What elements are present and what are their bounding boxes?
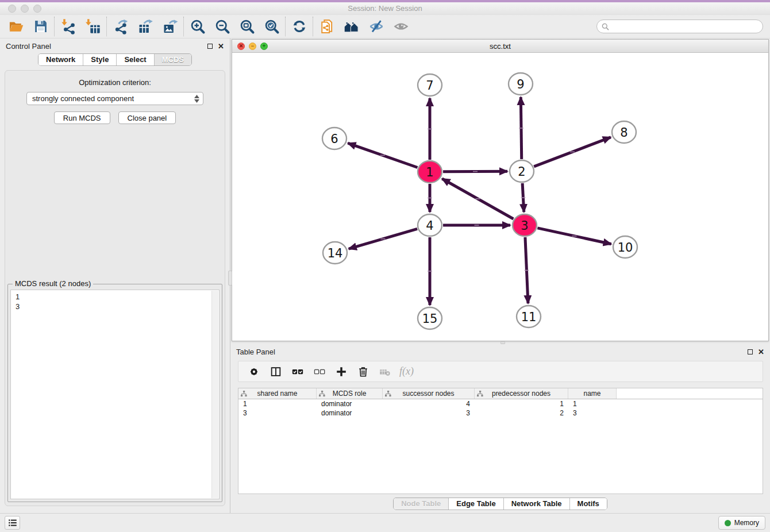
toolbar-separator: [106, 17, 107, 36]
close-panel-icon[interactable]: ✕: [218, 44, 224, 49]
zoom-in-button[interactable]: [185, 16, 210, 37]
tab-network[interactable]: Network: [38, 54, 83, 65]
open-file-button[interactable]: [3, 16, 28, 37]
tab-style[interactable]: Style: [83, 54, 116, 65]
column-visibility-button[interactable]: [266, 363, 285, 380]
column-header-shared-name[interactable]: shared name: [238, 388, 317, 399]
export-network-button[interactable]: [108, 16, 133, 37]
network-minimize-button[interactable]: −: [249, 43, 256, 50]
zoom-out-button[interactable]: [210, 16, 234, 37]
horizontal-splitter[interactable]: [230, 341, 770, 344]
graph-node-label: 1: [426, 165, 433, 179]
table-cell[interactable]: 3: [238, 409, 317, 417]
close-panel-button[interactable]: Close panel: [118, 111, 176, 124]
table-cell[interactable]: 2: [475, 409, 568, 417]
table-cell[interactable]: dominator: [317, 409, 383, 417]
table-cell[interactable]: 1: [475, 400, 568, 408]
delete-column-button[interactable]: [353, 363, 372, 380]
unchecked-boxes-icon: [313, 365, 326, 378]
table-cell[interactable]: 3: [383, 409, 475, 417]
column-header-name[interactable]: name: [568, 388, 617, 399]
zoom-selected-button[interactable]: [259, 16, 284, 37]
tab-node-table[interactable]: Node Table: [394, 498, 448, 510]
memory-button[interactable]: Memory: [718, 516, 765, 530]
first-neighbors-button[interactable]: [339, 16, 364, 37]
zoom-in-icon: [190, 18, 206, 34]
network-canvas[interactable]: 1234678910111415: [232, 53, 768, 341]
clone-network-icon: [319, 18, 335, 34]
memory-label: Memory: [734, 519, 759, 527]
mcds-result-line: 3: [16, 302, 209, 311]
column-header-mcds-role[interactable]: MCDS role: [317, 388, 383, 399]
table-row[interactable]: 3dominator323: [238, 408, 763, 418]
eye-icon: [393, 18, 409, 34]
node-table[interactable]: shared nameMCDS rolesuccessor nodesprede…: [238, 388, 763, 494]
result-scrollbar[interactable]: [211, 291, 218, 498]
clone-network-button[interactable]: [314, 16, 339, 37]
graph-node-label: 10: [618, 241, 633, 255]
columns-icon: [270, 365, 282, 378]
hide-selected-button[interactable]: [364, 16, 388, 37]
vertical-splitter-handle[interactable]: [228, 271, 232, 286]
deselect-all-button[interactable]: [310, 363, 329, 380]
graph-node-label: 4: [426, 219, 433, 233]
optimization-criterion-label: Optimization criterion:: [5, 78, 225, 87]
graph-node-label: 9: [517, 78, 524, 91]
select-all-button[interactable]: [288, 363, 307, 380]
import-table-button[interactable]: [80, 16, 105, 37]
tab-mcds[interactable]: MCDS: [154, 54, 191, 65]
criterion-dropdown[interactable]: strongly connected component: [26, 92, 203, 105]
refresh-button[interactable]: [287, 16, 311, 37]
table-row[interactable]: 1dominator411: [238, 399, 763, 408]
run-mcds-button[interactable]: Run MCDS: [54, 111, 110, 124]
delete-table-button[interactable]: [375, 363, 394, 380]
close-table-panel-icon[interactable]: ✕: [758, 349, 764, 354]
toolbar-separator: [183, 17, 184, 36]
mcds-result-textarea[interactable]: 13: [10, 290, 220, 499]
column-header-predecessor-nodes[interactable]: predecessor nodes: [475, 388, 568, 399]
search-field[interactable]: [596, 20, 763, 33]
table-panel: Table Panel ✕: [230, 344, 770, 513]
float-table-panel-icon[interactable]: [748, 349, 753, 354]
zoom-selected-icon: [264, 18, 280, 34]
table-tabs: Node TableEdge TableNetwork TableMotifs: [230, 494, 770, 513]
control-panel: Control Panel ✕ NetworkStyleSelectMCDS O…: [0, 38, 230, 513]
export-image-button[interactable]: [157, 16, 182, 37]
function-builder-icon[interactable]: f(x): [399, 365, 414, 377]
network-close-button[interactable]: ✕: [237, 43, 245, 50]
zoom-fit-button[interactable]: [234, 16, 259, 37]
tab-select[interactable]: Select: [116, 54, 153, 65]
table-cell[interactable]: 1: [568, 400, 617, 408]
network-window-title: scc.txt: [232, 42, 768, 51]
zoom-out-icon: [214, 18, 230, 34]
graph-node-label: 3: [521, 219, 528, 233]
tab-network-table[interactable]: Network Table: [503, 498, 569, 510]
export-table-button[interactable]: [133, 16, 157, 37]
table-cell[interactable]: 4: [383, 400, 475, 408]
task-history-button[interactable]: [5, 516, 20, 530]
show-all-button[interactable]: [388, 16, 413, 37]
table-settings-button[interactable]: [244, 363, 263, 380]
table-cell[interactable]: 1: [238, 400, 317, 408]
eye-slash-icon: [368, 18, 384, 34]
column-header-successor-nodes[interactable]: successor nodes: [383, 388, 475, 399]
tab-motifs[interactable]: Motifs: [569, 498, 607, 510]
float-panel-icon[interactable]: [207, 44, 213, 49]
add-column-button[interactable]: [332, 363, 351, 380]
mcds-tab-content: Optimization criterion: strongly connect…: [5, 70, 225, 506]
mcds-result-group: MCDS result (2 nodes) 13: [7, 284, 222, 502]
table-cell[interactable]: dominator: [317, 400, 383, 408]
network-window-titlebar[interactable]: ✕ − + scc.txt: [232, 40, 768, 53]
save-session-button[interactable]: [28, 16, 53, 37]
search-icon: [602, 23, 609, 30]
tree-icon: [385, 391, 391, 397]
tab-edge-table[interactable]: Edge Table: [448, 498, 503, 510]
table-cell[interactable]: 3: [568, 409, 617, 417]
horizontal-splitter-handle[interactable]: [500, 341, 505, 344]
export-network-icon: [113, 18, 129, 34]
network-zoom-button[interactable]: +: [260, 43, 268, 50]
import-network-button[interactable]: [56, 16, 80, 37]
column-header-filler: [617, 388, 763, 399]
plus-icon: [335, 365, 348, 378]
search-input[interactable]: [612, 22, 758, 30]
